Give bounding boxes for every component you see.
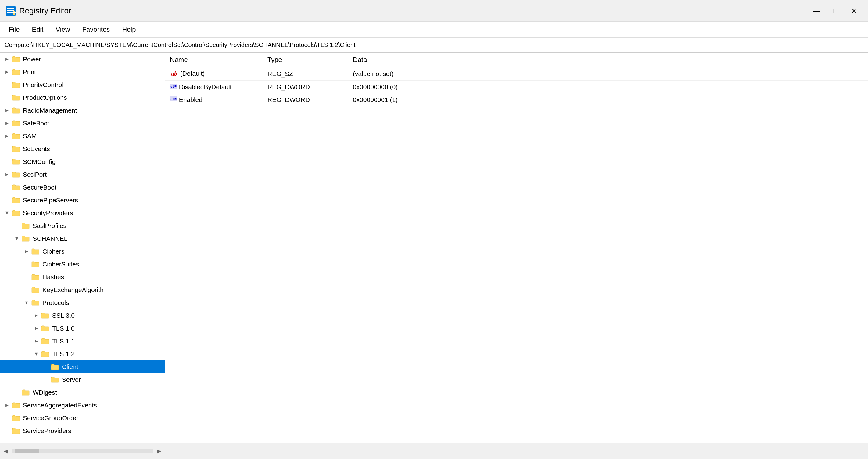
table-row[interactable]: ab (Default) REG_SZ (value not set) (165, 67, 868, 81)
expand-arrow-scsiport[interactable]: ► (3, 170, 11, 179)
tree-item-tls12[interactable]: ▼ TLS 1.2 (0, 348, 165, 361)
tree-label-wdigest: WDigest (33, 389, 165, 396)
tree-label-securityproviders: SecurityProviders (23, 209, 165, 217)
folder-icon-hashes (31, 273, 40, 281)
col-header-data: Data (348, 53, 868, 67)
expand-arrow-safeboot[interactable]: ► (3, 119, 11, 127)
tree-item-secureboot[interactable]: SecureBoot (0, 181, 165, 194)
scroll-right-arrow[interactable]: ▶ (154, 448, 163, 454)
expand-arrow-securityproviders[interactable]: ▼ (3, 209, 11, 217)
folder-icon-saslprofiles (21, 222, 30, 230)
tree-label-hashes: Hashes (42, 274, 165, 281)
folder-icon-scevents (11, 145, 21, 153)
tree-item-tls10[interactable]: ► TLS 1.0 (0, 322, 165, 335)
expand-arrow-tls10[interactable]: ► (32, 324, 40, 333)
tree-label-protocols: Protocols (42, 299, 165, 307)
folder-icon-securityproviders (11, 209, 21, 217)
expand-arrow-schannel[interactable]: ▼ (12, 234, 21, 243)
folder-icon-keyexchangealgorithms (31, 286, 40, 294)
expand-arrow-protocols[interactable]: ▼ (22, 298, 31, 307)
tree-item-scevents[interactable]: ScEvents (0, 143, 165, 155)
tree-item-securityproviders[interactable]: ▼ SecurityProviders (0, 207, 165, 220)
menu-view[interactable]: View (50, 24, 75, 35)
expand-placeholder-wdigest (12, 388, 21, 397)
horizontal-scrollbar[interactable]: ◀ ▶ (0, 443, 165, 459)
expand-arrow-tls11[interactable]: ► (32, 337, 40, 345)
tree-item-radiomanagement[interactable]: ► RadioManagement (0, 104, 165, 117)
expand-arrow-print[interactable]: ► (3, 68, 11, 76)
expand-arrow-serviceaggregatedevents[interactable]: ► (3, 401, 11, 409)
tree-item-ciphersuites[interactable]: CipherSuites (0, 258, 165, 271)
tree-item-scmconfig[interactable]: SCMConfig (0, 155, 165, 168)
tree-item-saslprofiles[interactable]: SaslProfiles (0, 220, 165, 232)
status-bar: ◀ ▶ (0, 443, 868, 459)
expand-placeholder-server (42, 375, 50, 384)
tree-item-prioritycontrol[interactable]: PriorityControl (0, 79, 165, 91)
menu-edit[interactable]: Edit (26, 24, 49, 35)
tree-label-tls11: TLS 1.1 (52, 338, 165, 345)
tree-item-servicegrouporder[interactable]: ServiceGroupOrder (0, 412, 165, 425)
tree-item-client[interactable]: Client (0, 361, 165, 373)
folder-icon-serviceproviders (11, 427, 21, 435)
expand-arrow-power[interactable]: ► (3, 55, 11, 63)
window-title: Registry Editor (19, 6, 71, 16)
tree-item-power[interactable]: ► Power (0, 53, 165, 66)
title-bar-controls: — □ ✕ (807, 3, 863, 19)
tree-item-scsiport[interactable]: ► ScsiPort (0, 168, 165, 181)
scroll-track-h[interactable] (12, 449, 153, 453)
expand-placeholder-ciphersuites (22, 260, 31, 268)
expand-arrow-tls12[interactable]: ▼ (32, 350, 40, 358)
tree-item-print[interactable]: ► Print (0, 66, 165, 79)
scroll-thumb-h[interactable] (15, 449, 39, 453)
folder-icon-ciphers (31, 248, 40, 255)
tree-item-schannel[interactable]: ▼ SCHANNEL (0, 232, 165, 245)
scroll-left-arrow[interactable]: ◀ (2, 448, 11, 454)
expand-placeholder-scevents (3, 145, 11, 153)
tree-item-server[interactable]: Server (0, 373, 165, 386)
menu-help[interactable]: Help (117, 24, 141, 35)
expand-arrow-radiomanagement[interactable]: ► (3, 106, 11, 115)
reg-dword-icon: 01 (170, 83, 177, 91)
minimize-button[interactable]: — (807, 3, 825, 19)
maximize-button[interactable]: □ (826, 3, 844, 19)
tree-item-hashes[interactable]: Hashes (0, 271, 165, 284)
tree-item-protocols[interactable]: ▼ Protocols (0, 296, 165, 309)
main-content: ► Power► Print PriorityControl ProductOp… (0, 53, 868, 443)
menu-favorites[interactable]: Favorites (77, 24, 115, 35)
folder-icon-tls10 (40, 324, 50, 332)
tree-label-tls12: TLS 1.2 (52, 350, 165, 358)
expand-placeholder-hashes (22, 273, 31, 281)
tree-item-sam[interactable]: ► SAM (0, 130, 165, 143)
tree-label-productoptions: ProductOptions (23, 94, 165, 101)
tree-item-safeboot[interactable]: ► SafeBoot (0, 117, 165, 130)
cell-type: REG_DWORD (262, 93, 348, 106)
col-header-name: Name (165, 53, 262, 67)
tree-panel[interactable]: ► Power► Print PriorityControl ProductOp… (0, 53, 165, 443)
tree-item-productoptions[interactable]: ProductOptions (0, 91, 165, 104)
tree-item-tls11[interactable]: ► TLS 1.1 (0, 335, 165, 348)
tree-item-wdigest[interactable]: WDigest (0, 386, 165, 399)
tree-item-serviceproviders[interactable]: ServiceProviders (0, 425, 165, 437)
tree-label-saslprofiles: SaslProfiles (33, 222, 165, 229)
menu-file[interactable]: File (3, 24, 25, 35)
table-row[interactable]: 01 DisabledByDefault REG_DWORD 0x0000000… (165, 81, 868, 93)
tree-item-keyexchangealgorithms[interactable]: KeyExchangeAlgorith (0, 284, 165, 296)
tree-item-securepipeservers[interactable]: SecurePipeServers (0, 194, 165, 207)
expand-arrow-sam[interactable]: ► (3, 132, 11, 140)
data-panel: Name Type Data ab (Default) REG_SZ (valu… (165, 53, 868, 443)
tree-item-ssl30[interactable]: ► SSL 3.0 (0, 309, 165, 322)
address-path: Computer\HKEY_LOCAL_MACHINE\SYSTEM\Curre… (5, 41, 355, 49)
expand-arrow-ssl30[interactable]: ► (32, 311, 40, 320)
svg-text:01: 01 (170, 85, 175, 88)
expand-arrow-ciphers[interactable]: ► (22, 247, 31, 256)
expand-placeholder-saslprofiles (12, 222, 21, 230)
tree-item-ciphers[interactable]: ► Ciphers (0, 245, 165, 258)
expand-placeholder-serviceproviders (3, 427, 11, 435)
tree-item-serviceaggregatedevents[interactable]: ► ServiceAggregatedEvents (0, 399, 165, 412)
folder-icon-schannel (21, 235, 30, 242)
folder-icon-servicegrouporder (11, 414, 21, 422)
table-row[interactable]: 01 Enabled REG_DWORD 0x00000001 (1) (165, 93, 868, 106)
close-button[interactable]: ✕ (845, 3, 863, 19)
menu-bar: File Edit View Favorites Help (0, 22, 868, 37)
cell-type: REG_DWORD (262, 81, 348, 93)
